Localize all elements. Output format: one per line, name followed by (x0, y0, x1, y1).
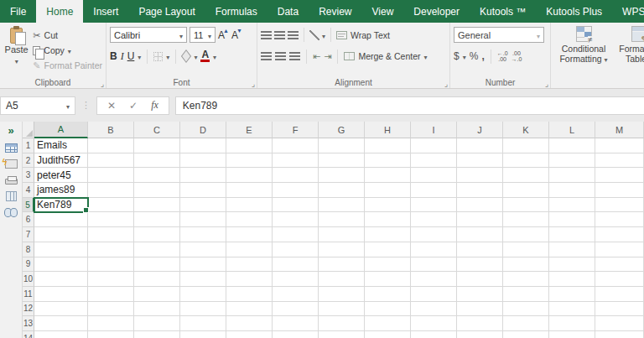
cell-A9[interactable] (34, 257, 88, 273)
cell-F8[interactable] (273, 242, 319, 257)
tab-kutools[interactable]: Kutools ™ (470, 0, 536, 23)
cell-I6[interactable] (411, 212, 457, 227)
underline-dropdown-arrow[interactable] (138, 51, 141, 61)
cell-A14[interactable] (34, 331, 88, 338)
cell-M9[interactable] (595, 257, 644, 273)
cell-H2[interactable] (365, 153, 411, 169)
cell-L9[interactable] (549, 257, 595, 273)
fill-color-dropdown-arrow[interactable] (194, 51, 197, 61)
paste-button[interactable]: Paste (3, 26, 29, 76)
cell-E4[interactable] (226, 183, 273, 198)
row-header-1[interactable]: 1 (23, 138, 34, 153)
cell-G12[interactable] (319, 302, 365, 317)
cell-I9[interactable] (411, 257, 457, 273)
cell-K7[interactable] (503, 227, 549, 242)
column-header-D[interactable]: D (180, 122, 226, 138)
cell-B14[interactable] (88, 331, 134, 338)
cell-L14[interactable] (549, 331, 595, 338)
cell-M13[interactable] (595, 316, 644, 331)
cell-L6[interactable] (549, 212, 595, 227)
cell-H10[interactable] (365, 272, 411, 287)
tab-view[interactable]: View (362, 0, 404, 23)
cell-H12[interactable] (365, 302, 411, 317)
cell-H9[interactable] (365, 257, 411, 273)
tab-developer[interactable]: Developer (403, 0, 470, 23)
row-header-9[interactable]: 9 (23, 257, 34, 273)
cell-B7[interactable] (88, 227, 134, 242)
number-format-combobox[interactable]: General (454, 27, 544, 43)
cell-M12[interactable] (595, 302, 644, 317)
cell-J1[interactable] (457, 138, 503, 153)
cell-H5[interactable] (365, 198, 411, 213)
cell-K10[interactable] (503, 272, 549, 287)
orientation-dropdown-arrow[interactable] (322, 30, 325, 40)
cell-K3[interactable] (503, 168, 549, 183)
cell-A1[interactable]: Emails (34, 138, 88, 153)
cell-J3[interactable] (457, 168, 503, 183)
middle-align-icon[interactable] (274, 31, 285, 39)
cell-G2[interactable] (319, 153, 365, 169)
font-size-dropdown-arrow[interactable] (208, 30, 211, 40)
cell-A11[interactable] (34, 287, 88, 302)
column-header-C[interactable]: C (134, 122, 180, 138)
cell-J11[interactable] (457, 287, 503, 302)
cell-D11[interactable] (180, 287, 226, 302)
tab-formulas[interactable]: Formulas (205, 0, 267, 23)
cell-A4[interactable]: james89 (34, 183, 88, 198)
cell-G14[interactable] (319, 331, 365, 338)
tab-data[interactable]: Data (267, 0, 309, 23)
formula-bar-input[interactable]: Ken789 (175, 96, 644, 115)
comma-style-button[interactable]: , (481, 50, 484, 62)
cell-G4[interactable] (319, 183, 365, 198)
sidebar-expand-button[interactable]: » (8, 125, 13, 137)
merge-center-button[interactable]: Merge & Center (344, 51, 427, 61)
borders-dropdown-arrow[interactable] (166, 51, 169, 61)
row-header-13[interactable]: 13 (23, 316, 34, 331)
cell-G6[interactable] (319, 212, 365, 227)
cell-K13[interactable] (503, 316, 549, 331)
cell-F7[interactable] (273, 227, 319, 242)
format-as-table-button[interactable]: Format as Table (611, 26, 644, 76)
cell-J8[interactable] (457, 242, 503, 257)
sidebar-columns-icon[interactable] (6, 191, 17, 201)
cell-E2[interactable] (226, 153, 273, 169)
row-header-11[interactable]: 11 (23, 287, 34, 302)
cell-C12[interactable] (134, 302, 180, 317)
cell-I2[interactable] (411, 153, 457, 169)
cancel-button[interactable]: ✕ (107, 100, 116, 112)
increase-decimal-button[interactable]: ←.0 .00 (497, 50, 508, 62)
copy-button[interactable]: Copy (33, 44, 102, 57)
cell-K9[interactable] (503, 257, 549, 273)
tab-page-layout[interactable]: Page Layout (128, 0, 205, 23)
cell-H11[interactable] (365, 287, 411, 302)
cell-H4[interactable] (365, 183, 411, 198)
name-box-dropdown-arrow[interactable] (66, 100, 70, 112)
cell-K8[interactable] (503, 242, 549, 257)
cell-K14[interactable] (503, 331, 549, 338)
cell-F4[interactable] (273, 183, 319, 198)
row-header-5[interactable]: 5 (23, 198, 34, 213)
cell-C11[interactable] (134, 287, 180, 302)
underline-button[interactable]: U (127, 50, 135, 62)
cell-F10[interactable] (273, 272, 319, 287)
font-size-combobox[interactable]: 11 (190, 27, 216, 43)
cell-H3[interactable] (365, 168, 411, 183)
column-header-B[interactable]: B (88, 122, 134, 138)
cell-B10[interactable] (88, 272, 134, 287)
cell-J14[interactable] (457, 331, 503, 338)
copy-dropdown-arrow[interactable] (68, 45, 71, 55)
cell-F11[interactable] (273, 287, 319, 302)
cell-I8[interactable] (411, 242, 457, 257)
cell-C5[interactable] (134, 198, 180, 213)
cell-L4[interactable] (549, 183, 595, 198)
merge-center-dropdown-arrow[interactable] (424, 51, 428, 61)
insert-function-button[interactable]: fx (151, 99, 158, 112)
cell-D13[interactable] (180, 316, 226, 331)
font-color-button[interactable]: A (200, 50, 210, 62)
cell-G9[interactable] (319, 257, 365, 273)
row-header-2[interactable]: 2 (23, 153, 34, 169)
tab-insert[interactable]: Insert (83, 0, 128, 23)
cell-M11[interactable] (595, 287, 644, 302)
cell-M10[interactable] (595, 272, 644, 287)
column-header-G[interactable]: G (319, 122, 365, 138)
